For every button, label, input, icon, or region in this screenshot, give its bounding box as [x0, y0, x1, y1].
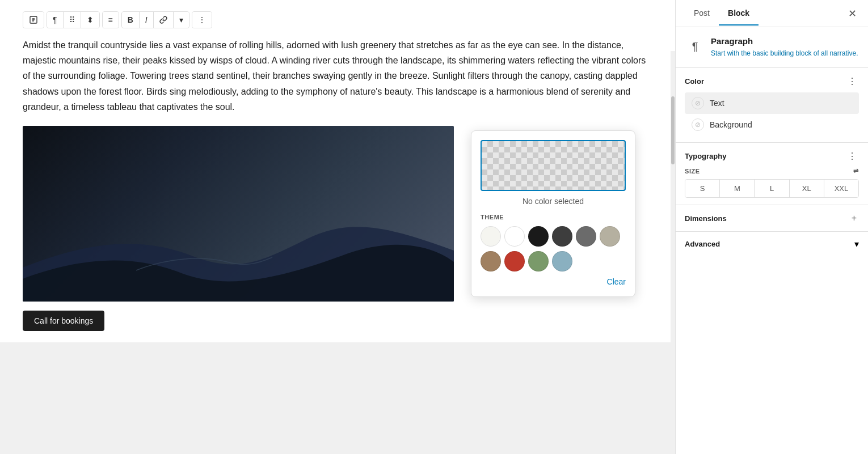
- color-section: Color ⋮ ⊘ Text ⊘ Background: [676, 68, 868, 143]
- clear-row: Clear: [481, 276, 626, 287]
- swatch-off-white[interactable]: [481, 226, 501, 247]
- swatch-red[interactable]: [504, 251, 525, 271]
- dimensions-header: Dimensions +: [685, 212, 859, 224]
- dimensions-add-button[interactable]: +: [849, 212, 859, 224]
- paragraph-icon: ¶: [685, 36, 705, 57]
- advanced-chevron-icon: ▾: [854, 239, 859, 249]
- text-color-circle: ⊘: [692, 97, 704, 109]
- toolbar-group-more: ⋮: [192, 11, 212, 28]
- color-swatches-row2: [481, 251, 626, 271]
- theme-label: THEME: [481, 214, 626, 220]
- color-section-header: Color ⋮: [685, 75, 859, 88]
- dimensions-section: Dimensions +: [676, 205, 868, 232]
- drag-button[interactable]: ⠿: [64, 12, 81, 28]
- toolbar-group-paragraph: ¶ ⠿ ⬍: [47, 11, 100, 28]
- typography-menu-button[interactable]: ⋮: [845, 150, 859, 163]
- toolbar: ¶ ⠿ ⬍ ≡ B I ▾ ⋮: [23, 11, 652, 28]
- content-paragraph[interactable]: Amidst the tranquil countryside lies a v…: [23, 37, 652, 114]
- close-button[interactable]: ✕: [846, 5, 859, 22]
- advanced-title: Advanced: [685, 240, 720, 248]
- size-xl-button[interactable]: XL: [790, 180, 824, 197]
- size-xxl-button[interactable]: XXL: [824, 180, 858, 197]
- size-m-button[interactable]: M: [720, 180, 755, 197]
- color-menu-button[interactable]: ⋮: [845, 75, 859, 88]
- size-l-button[interactable]: L: [755, 180, 789, 197]
- typography-section: Typography ⋮ SIZE ⇌ S M L XL XXL: [676, 143, 868, 205]
- right-sidebar: Post Block ✕ ¶ Paragraph Start with the …: [675, 0, 868, 454]
- italic-button[interactable]: I: [140, 12, 154, 28]
- background-color-circle: ⊘: [692, 118, 704, 131]
- size-buttons: S M L XL XXL: [685, 179, 859, 198]
- swatch-dark-gray[interactable]: [552, 226, 572, 247]
- typography-section-title: Typography: [685, 152, 726, 160]
- tab-post[interactable]: Post: [685, 2, 719, 26]
- swatch-green[interactable]: [528, 251, 549, 271]
- sidebar-tabs: Post Block ✕: [676, 0, 868, 27]
- dropdown-button[interactable]: ▾: [174, 12, 189, 28]
- size-s-button[interactable]: S: [685, 180, 720, 197]
- scrollbar-track: [671, 51, 675, 454]
- swatch-light-tan[interactable]: [600, 226, 620, 247]
- cta-button[interactable]: Call for bookings: [23, 311, 104, 331]
- swatch-black[interactable]: [528, 226, 549, 247]
- tab-block[interactable]: Block: [719, 2, 759, 26]
- text-color-option[interactable]: ⊘ Text: [685, 92, 859, 114]
- align-button[interactable]: ≡: [103, 12, 119, 28]
- scrollbar-thumb[interactable]: [671, 96, 675, 164]
- dimensions-title: Dimensions: [685, 214, 727, 223]
- more-button[interactable]: ⋮: [192, 12, 212, 28]
- block-info: ¶ Paragraph Start with the basic buildin…: [676, 27, 868, 68]
- tabs-group: Post Block: [685, 2, 759, 26]
- typography-section-header: Typography ⋮: [685, 150, 859, 163]
- block-description: Start with the basic building block of a…: [711, 48, 858, 58]
- color-swatches-row1: [481, 226, 626, 247]
- background-color-option[interactable]: ⊘ Background: [685, 114, 859, 135]
- toolbar-group-align: ≡: [102, 11, 119, 28]
- color-section-title: Color: [685, 77, 704, 86]
- no-color-icon: ⊘: [695, 99, 701, 107]
- clear-button[interactable]: Clear: [607, 276, 626, 287]
- color-picker-popup: No color selected THEME Clear: [471, 130, 635, 297]
- swatch-white[interactable]: [504, 226, 525, 247]
- swatch-tan[interactable]: [481, 251, 501, 271]
- move-button[interactable]: ⬍: [81, 12, 99, 28]
- editor-wrapper: ¶ ⠿ ⬍ ≡ B I ▾ ⋮: [0, 0, 675, 454]
- content-image: [23, 126, 454, 302]
- advanced-header[interactable]: Advanced ▾: [685, 239, 859, 249]
- paragraph-button[interactable]: ¶: [47, 12, 64, 28]
- swatch-medium-gray[interactable]: [576, 226, 596, 247]
- background-color-label: Background: [710, 120, 752, 129]
- link-button[interactable]: [154, 12, 174, 28]
- text-color-label: Text: [710, 99, 724, 108]
- toolbar-group-format: B I ▾: [121, 11, 189, 28]
- block-details: Paragraph Start with the basic building …: [711, 36, 858, 58]
- size-control-icon[interactable]: ⇌: [853, 167, 859, 175]
- advanced-section: Advanced ▾: [676, 232, 868, 256]
- bold-button[interactable]: B: [122, 12, 140, 28]
- toolbar-group-link: [23, 11, 44, 28]
- block-title: Paragraph: [711, 36, 858, 46]
- link-icon-button[interactable]: [23, 12, 44, 28]
- color-preview[interactable]: [481, 140, 626, 191]
- swatch-light-blue[interactable]: [552, 251, 572, 271]
- size-label: SIZE ⇌: [685, 167, 859, 175]
- no-color-label: No color selected: [481, 197, 626, 206]
- no-bg-icon: ⊘: [695, 121, 701, 129]
